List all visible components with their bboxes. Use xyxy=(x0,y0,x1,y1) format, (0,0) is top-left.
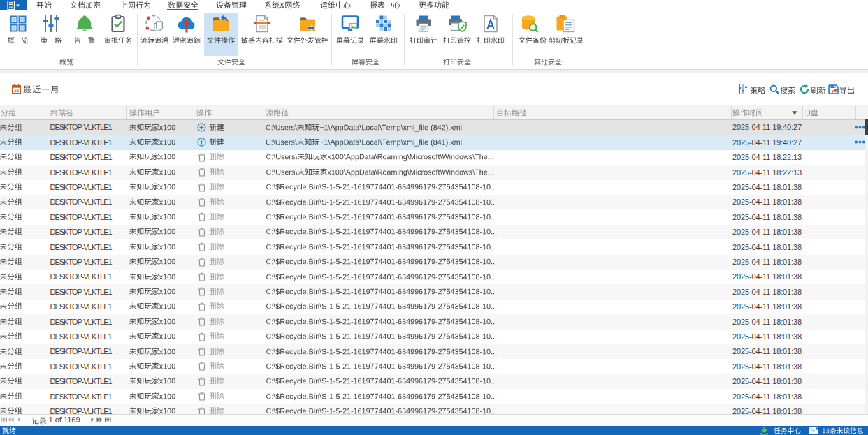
svg-text:23: 23 xyxy=(14,88,20,93)
